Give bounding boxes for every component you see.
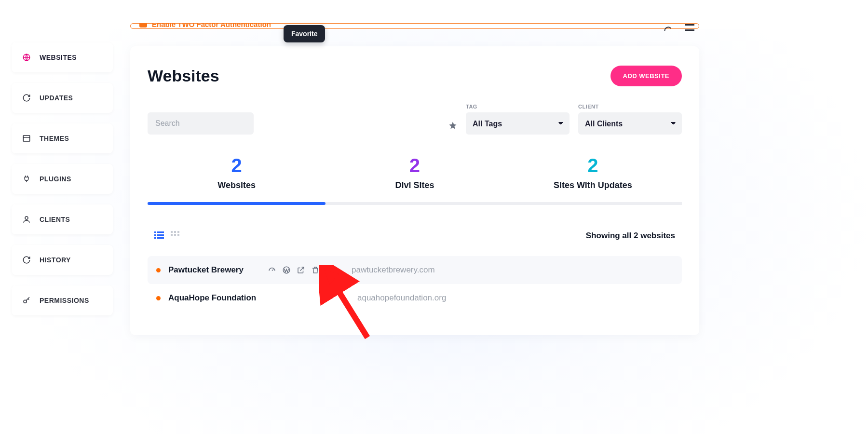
tag-filter-label: TAG	[466, 104, 570, 109]
stat-tab-divi[interactable]: 2 Divi Sites	[326, 155, 503, 202]
lock-icon	[139, 23, 147, 27]
trash-icon[interactable]	[311, 266, 320, 274]
svg-rect-15	[171, 234, 173, 236]
refresh-top-icon[interactable]	[664, 26, 673, 38]
key-icon	[22, 296, 31, 305]
tag-filter: TAG All Tags	[466, 104, 570, 135]
website-row[interactable]: Pawtucket Brewery pawtucketbrewery.com	[148, 256, 682, 284]
svg-rect-17	[177, 234, 179, 236]
dashboard-icon[interactable]	[268, 266, 276, 274]
svg-rect-8	[154, 234, 156, 236]
website-row[interactable]: AquaHope Foundation aquahopefoundation.o…	[148, 284, 682, 312]
sidebar-item-plugins[interactable]: PLUGINS	[12, 164, 113, 194]
website-rows: Favorite Pawtucket Brewery pawtucketbrew…	[148, 249, 682, 312]
user-icon	[22, 215, 31, 224]
stat-count: 2	[504, 155, 682, 176]
status-dot-icon	[156, 268, 161, 272]
wordpress-icon[interactable]	[282, 266, 291, 274]
refresh-icon	[22, 94, 31, 102]
client-select[interactable]: All Clients	[578, 112, 682, 135]
svg-rect-6	[154, 231, 156, 233]
active-tab-underline	[148, 202, 326, 205]
svg-point-4	[25, 217, 28, 219]
stat-label: Websites	[148, 180, 326, 190]
svg-rect-16	[174, 234, 176, 236]
top-right-icons	[664, 24, 694, 36]
svg-rect-3	[23, 136, 30, 141]
site-name: AquaHope Foundation	[168, 293, 260, 303]
view-toggles	[154, 231, 179, 241]
client-filter: CLIENT All Clients	[578, 104, 682, 135]
svg-rect-10	[154, 237, 156, 239]
sidebar-item-label: THEMES	[40, 135, 69, 142]
main-content: Enable TWO Factor Authentication Website…	[130, 29, 699, 335]
refresh-icon	[22, 256, 31, 264]
svg-rect-1	[685, 29, 694, 31]
add-website-button[interactable]: ADD WEBSITE	[610, 66, 682, 86]
svg-rect-11	[157, 237, 164, 239]
sidebar-item-updates[interactable]: UPDATES	[12, 83, 113, 113]
sidebar-item-label: CLIENTS	[40, 216, 70, 223]
card-header: Websites ADD WEBSITE	[148, 66, 682, 86]
site-url: pawtucketbrewery.com	[352, 265, 435, 275]
tag-select[interactable]: All Tags	[466, 112, 570, 135]
stats-tabs: 2 Websites 2 Divi Sites 2 Sites With Upd…	[148, 155, 682, 205]
sidebar-item-label: PLUGINS	[40, 175, 71, 183]
site-url: aquahopefoundation.org	[357, 293, 446, 303]
sidebar-item-themes[interactable]: THEMES	[12, 123, 113, 153]
external-link-icon[interactable]	[297, 266, 305, 274]
svg-rect-14	[177, 231, 179, 233]
sidebar-item-clients[interactable]: CLIENTS	[12, 204, 113, 234]
row-actions	[268, 266, 334, 274]
list-view-toggle[interactable]	[154, 231, 164, 241]
grid-view-toggle[interactable]	[171, 231, 179, 241]
sidebar: WEBSITES UPDATES THEMES PLUGINS CLIENTS …	[12, 42, 113, 315]
websites-card: Websites ADD WEBSITE TAG All Tags CLIENT…	[130, 46, 699, 335]
site-name: Pawtucket Brewery	[168, 265, 260, 275]
page-title: Websites	[148, 67, 219, 85]
stat-label: Divi Sites	[326, 180, 503, 190]
client-filter-label: CLIENT	[578, 104, 682, 109]
status-dot-icon	[156, 296, 161, 300]
stat-count: 2	[326, 155, 503, 176]
sidebar-item-label: WEBSITES	[40, 54, 77, 61]
filter-bar: TAG All Tags CLIENT All Clients	[148, 104, 682, 135]
svg-rect-7	[157, 231, 164, 233]
two-factor-alert[interactable]: Enable TWO Factor Authentication	[130, 23, 699, 29]
search-input[interactable]	[148, 112, 254, 135]
svg-rect-9	[157, 234, 164, 236]
sidebar-item-permissions[interactable]: PERMISSIONS	[12, 285, 113, 315]
stat-tab-websites[interactable]: 2 Websites	[148, 155, 326, 202]
sidebar-item-label: PERMISSIONS	[40, 297, 89, 304]
stat-label: Sites With Updates	[504, 180, 682, 190]
layout-icon	[22, 134, 31, 143]
stat-tab-updates[interactable]: 2 Sites With Updates	[504, 155, 682, 202]
svg-rect-13	[174, 231, 176, 233]
stat-count: 2	[148, 155, 326, 176]
alert-text: Enable TWO Factor Authentication	[152, 23, 271, 28]
plug-icon	[22, 175, 31, 183]
menu-top-icon[interactable]	[685, 24, 694, 36]
showing-count-text: Showing all 2 websites	[586, 231, 675, 241]
sidebar-item-websites[interactable]: WEBSITES	[12, 42, 113, 72]
sidebar-item-label: UPDATES	[40, 94, 73, 102]
favorites-filter-icon[interactable]	[448, 121, 457, 135]
globe-icon	[22, 53, 31, 62]
sidebar-item-history[interactable]: HISTORY	[12, 245, 113, 275]
svg-rect-0	[685, 24, 694, 26]
favorite-tooltip: Favorite	[284, 25, 325, 42]
sidebar-item-label: HISTORY	[40, 256, 71, 264]
list-header: Showing all 2 websites	[148, 231, 682, 241]
favorite-star-icon[interactable]	[326, 266, 334, 274]
svg-rect-12	[171, 231, 173, 233]
